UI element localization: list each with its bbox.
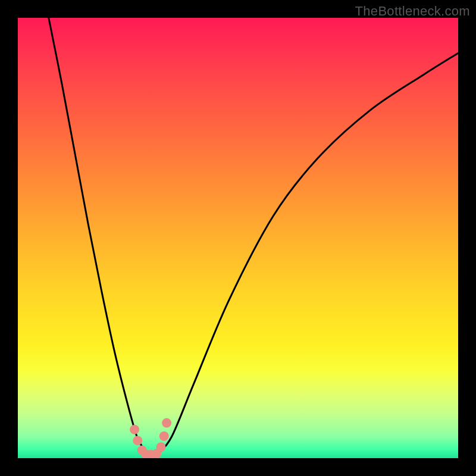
marker-point bbox=[159, 431, 169, 441]
marker-point bbox=[162, 418, 171, 428]
marker-point bbox=[156, 443, 166, 452]
marker-point bbox=[133, 436, 142, 445]
curve-path bbox=[49, 18, 458, 455]
chart-container: TheBottleneck.com bbox=[0, 0, 476, 476]
chart-svg bbox=[18, 18, 458, 458]
watermark-text: TheBottleneck.com bbox=[355, 4, 470, 19]
plot-area bbox=[18, 18, 458, 458]
curve-markers bbox=[130, 418, 171, 458]
marker-point bbox=[130, 425, 139, 434]
